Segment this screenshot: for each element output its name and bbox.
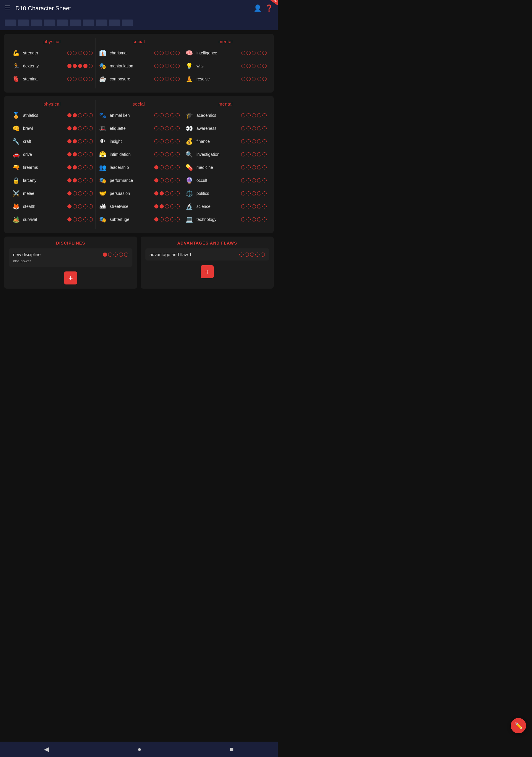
dot[interactable]	[89, 191, 93, 196]
dot[interactable]	[160, 64, 164, 68]
dot[interactable]	[257, 178, 261, 182]
dot[interactable]	[73, 51, 77, 55]
dot[interactable]	[247, 139, 251, 143]
dot[interactable]	[108, 253, 112, 257]
dot[interactable]	[89, 126, 93, 131]
dot[interactable]	[154, 77, 159, 81]
dot[interactable]	[89, 204, 93, 208]
dot[interactable]	[247, 77, 251, 81]
dot[interactable]	[160, 77, 164, 81]
dot[interactable]	[262, 113, 267, 117]
dot[interactable]	[262, 126, 267, 131]
dot[interactable]	[83, 152, 87, 156]
dot[interactable]	[67, 139, 72, 143]
tab-1[interactable]	[5, 19, 16, 26]
dot[interactable]	[262, 77, 267, 81]
dot[interactable]	[241, 113, 245, 117]
dot[interactable]	[165, 126, 169, 131]
dot[interactable]	[83, 51, 87, 55]
dot[interactable]	[170, 126, 174, 131]
dot[interactable]	[257, 165, 261, 169]
dot[interactable]	[154, 139, 159, 143]
dot[interactable]	[170, 217, 174, 222]
dot[interactable]	[170, 139, 174, 143]
dot[interactable]	[165, 178, 169, 182]
tab-6[interactable]	[70, 19, 81, 26]
dot[interactable]	[78, 126, 82, 131]
dot[interactable]	[83, 217, 87, 222]
dot[interactable]	[89, 165, 93, 169]
dot[interactable]	[262, 191, 267, 196]
dot[interactable]	[124, 253, 128, 257]
dot[interactable]	[160, 152, 164, 156]
dot[interactable]	[247, 64, 251, 68]
dot[interactable]	[154, 64, 159, 68]
dot[interactable]	[241, 139, 245, 143]
dot[interactable]	[67, 77, 72, 81]
dot[interactable]	[73, 126, 77, 131]
dot[interactable]	[154, 126, 159, 131]
dot[interactable]	[241, 165, 245, 169]
dot[interactable]	[257, 126, 261, 131]
dot[interactable]	[78, 204, 82, 208]
dot[interactable]	[252, 113, 256, 117]
dot[interactable]	[78, 77, 82, 81]
dot[interactable]	[257, 152, 261, 156]
dot[interactable]	[257, 113, 261, 117]
dot[interactable]	[160, 178, 164, 182]
dot[interactable]	[247, 51, 251, 55]
dot[interactable]	[252, 77, 256, 81]
dot[interactable]	[78, 217, 82, 222]
dot[interactable]	[165, 51, 169, 55]
dot[interactable]	[73, 152, 77, 156]
dot[interactable]	[247, 152, 251, 156]
dot[interactable]	[89, 217, 93, 222]
dot[interactable]	[170, 77, 174, 81]
dot[interactable]	[257, 191, 261, 196]
dot[interactable]	[89, 77, 93, 81]
dot[interactable]	[257, 139, 261, 143]
dot[interactable]	[247, 191, 251, 196]
dot[interactable]	[241, 178, 245, 182]
dot[interactable]	[67, 165, 72, 169]
dot[interactable]	[89, 51, 93, 55]
dot[interactable]	[262, 51, 267, 55]
dot[interactable]	[165, 165, 169, 169]
dot[interactable]	[252, 51, 256, 55]
dot[interactable]	[113, 253, 118, 257]
dot[interactable]	[176, 217, 180, 222]
dot[interactable]	[83, 113, 87, 117]
dot[interactable]	[176, 113, 180, 117]
dot[interactable]	[170, 165, 174, 169]
dot[interactable]	[165, 113, 169, 117]
tab-8[interactable]	[96, 19, 107, 26]
dot[interactable]	[78, 152, 82, 156]
dot[interactable]	[165, 64, 169, 68]
dot[interactable]	[154, 204, 159, 208]
dot[interactable]	[176, 191, 180, 196]
dot[interactable]	[67, 204, 72, 208]
dot[interactable]	[78, 165, 82, 169]
dot[interactable]	[67, 64, 72, 68]
dot[interactable]	[160, 139, 164, 143]
dot[interactable]	[257, 217, 261, 222]
dot[interactable]	[67, 152, 72, 156]
dot[interactable]	[241, 191, 245, 196]
dot[interactable]	[257, 204, 261, 208]
tab-2[interactable]	[18, 19, 29, 26]
dot[interactable]	[252, 139, 256, 143]
dot[interactable]	[165, 217, 169, 222]
dot[interactable]	[83, 165, 87, 169]
dot[interactable]	[247, 165, 251, 169]
dot[interactable]	[241, 217, 245, 222]
dot[interactable]	[83, 126, 87, 131]
dot[interactable]	[252, 191, 256, 196]
dot[interactable]	[247, 178, 251, 182]
tab-10[interactable]	[122, 19, 133, 26]
dot[interactable]	[160, 51, 164, 55]
dot[interactable]	[176, 126, 180, 131]
dot[interactable]	[261, 253, 265, 257]
dot[interactable]	[252, 178, 256, 182]
dot[interactable]	[154, 178, 159, 182]
dot[interactable]	[247, 126, 251, 131]
